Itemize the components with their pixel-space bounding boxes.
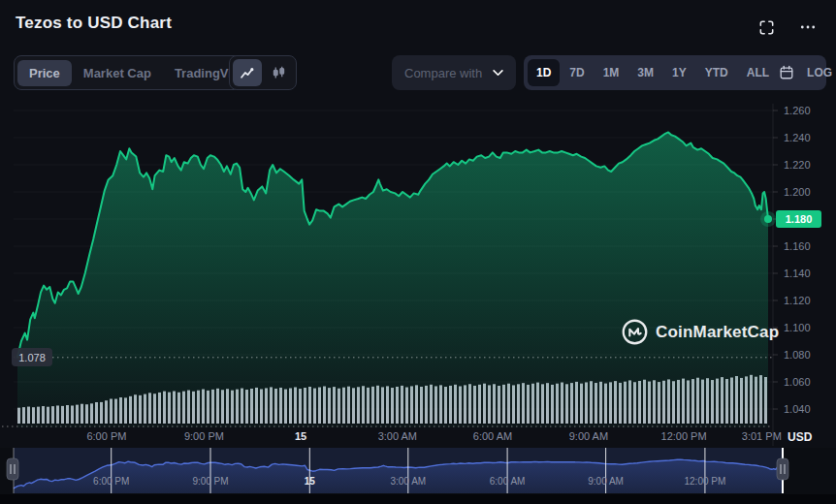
watermark: CoinMarketCap <box>622 319 779 345</box>
bottom-strip <box>0 494 836 504</box>
price-chart-canvas[interactable] <box>0 0 836 504</box>
navigator-left-handle[interactable] <box>7 458 18 480</box>
navigator-right-handle[interactable] <box>777 458 788 480</box>
tezos-usd-chart-widget: Tezos to USD Chart Price Market Cap Trad… <box>0 0 836 504</box>
coinmarketcap-logo-icon <box>622 319 648 345</box>
chart-plot-area[interactable] <box>17 104 773 426</box>
watermark-text: CoinMarketCap <box>656 323 779 342</box>
